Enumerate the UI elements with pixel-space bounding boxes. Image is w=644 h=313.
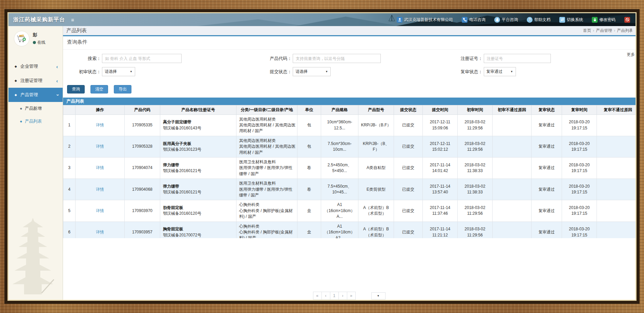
switch-icon bbox=[559, 17, 565, 23]
phone-icon bbox=[462, 17, 468, 23]
first-review-time-cell: 2018-03-02 11:29:56 bbox=[458, 114, 493, 136]
layout: 彭 在线 ◆ 企业管理 ‹ ◆ 注册证管理 ‹ bbox=[8, 26, 636, 300]
next-page-button[interactable]: › bbox=[338, 292, 347, 300]
filter-panel-title: 查询条件 bbox=[63, 36, 636, 50]
online-status: 在线 bbox=[33, 40, 45, 45]
table-row: 5 详情 170903970 肋骨固定板 鄂汉械备20160120号 心胸外科类… bbox=[63, 200, 636, 222]
review-time-cell: 2018-03-20 19:17:15 bbox=[562, 158, 597, 179]
review-time-cell: 2018-03-20 19:17:15 bbox=[562, 179, 597, 200]
prev-page-button[interactable]: ‹ bbox=[321, 292, 330, 300]
page-title-bar: 产品列表 首页 › 产品管理 › 产品列表 bbox=[63, 26, 636, 35]
change-password-link[interactable]: 修改密码 bbox=[592, 17, 616, 23]
col-model: 产品型号 bbox=[358, 105, 394, 114]
first-review-reason-cell bbox=[493, 179, 532, 200]
export-button[interactable]: 导出 bbox=[114, 85, 131, 93]
page-number-button[interactable]: 1 bbox=[330, 292, 339, 300]
platform-consult-link[interactable]: 平台咨询 bbox=[494, 17, 518, 23]
sidebar-subitem-label: 产品新增 bbox=[25, 106, 42, 111]
product-code-cell: 170905335 bbox=[125, 114, 160, 136]
category-cell: 其他周边医用耗材类其他周边医用耗材 / 其他周边医用耗材 / 国产 bbox=[236, 114, 297, 136]
user-icon bbox=[397, 17, 402, 23]
first-page-button[interactable]: « bbox=[313, 292, 322, 300]
sidebar: 彭 在线 ◆ 企业管理 ‹ ◆ 注册证管理 ‹ bbox=[8, 26, 63, 300]
help-doc-link[interactable]: ? 帮助文档 bbox=[527, 17, 550, 23]
topbar-links: 武汉克瑞普新技术有限公司 电话咨询 平台咨询 ? 帮助文档 bbox=[397, 17, 636, 23]
review-time-cell: 2018-03-20 19:17:15 bbox=[562, 136, 597, 157]
first-review-reason-cell bbox=[493, 200, 532, 222]
unit-cell: 包 bbox=[297, 136, 321, 157]
product-code-input[interactable] bbox=[293, 54, 381, 63]
col-review-status: 复审状态 bbox=[532, 105, 562, 114]
page-title: 产品列表 bbox=[66, 27, 87, 34]
switch-system-label: 切换系统 bbox=[567, 17, 583, 23]
search-label: 搜索： bbox=[63, 56, 101, 62]
logout-link[interactable] bbox=[624, 17, 630, 23]
menu-toggle-icon[interactable]: ≡ bbox=[71, 17, 74, 23]
col-review-reason: 复审不通过原因 bbox=[597, 105, 636, 114]
action-buttons: 查询 清空 导出 bbox=[63, 82, 636, 97]
detail-link[interactable]: 详情 bbox=[76, 222, 125, 238]
submit-status-cell: 已提交 bbox=[394, 222, 423, 238]
main-content: 产品列表 首页 › 产品管理 › 产品列表 查询条件 搜索： bbox=[63, 26, 636, 300]
registration-cert: 鄂汉械备20160143号 bbox=[163, 125, 235, 131]
caret-down-icon: ▼ bbox=[325, 70, 328, 73]
first-review-reason-cell bbox=[493, 114, 532, 136]
registration-no-input[interactable] bbox=[484, 54, 551, 63]
registration-cert: 鄂汉械备20160121号 bbox=[163, 168, 235, 174]
detail-link[interactable]: 详情 bbox=[76, 136, 125, 157]
unit-cell: 卷 bbox=[297, 158, 321, 179]
sidebar-item-product-list[interactable]: ◆ 产品列表 bbox=[8, 115, 63, 128]
qq-icon bbox=[494, 17, 500, 23]
product-code-cell: 170903970 bbox=[125, 200, 160, 222]
sidebar-item-product[interactable]: ◆ 产品管理 ‹ bbox=[8, 88, 63, 102]
product-name: 胸骨固定板 bbox=[163, 226, 235, 232]
detail-link[interactable]: 详情 bbox=[76, 179, 125, 200]
filter-row-1: 搜索： 产品代码： 注册证号： bbox=[63, 54, 636, 63]
query-filter-panel: 查询条件 搜索： 产品代码： 注册证号： bbox=[63, 35, 636, 82]
first-review-status-select[interactable]: 请选择 ▼ bbox=[102, 67, 135, 76]
product-name-cell: 胸骨固定板 鄂汉械备20170072号 bbox=[160, 222, 236, 238]
page-size-select[interactable]: ▼ bbox=[371, 292, 386, 299]
diamond-icon: ◆ bbox=[15, 65, 17, 68]
review-status-select[interactable]: 复审通过 ▼ bbox=[484, 67, 516, 76]
review-status-label: 复审状态： bbox=[445, 69, 483, 75]
category-cell: 心胸外科类心胸外科类 / 胸部护板(金属材料) / 国产 bbox=[236, 200, 297, 222]
company-account-link[interactable]: 武汉克瑞普新技术有限公司 bbox=[397, 17, 453, 23]
model-cell: KRP/JB-（B.F） bbox=[358, 114, 394, 136]
chevron-left-icon: ‹ bbox=[56, 64, 58, 69]
review-time-cell: 2018-03-20 19:17:15 bbox=[562, 200, 597, 222]
switch-system-link[interactable]: 切换系统 bbox=[559, 17, 583, 23]
product-name-cell: 肋骨固定板 鄂汉械备20160120号 bbox=[160, 200, 236, 222]
product-name: 弹力绷带 bbox=[163, 162, 235, 168]
last-page-button[interactable]: » bbox=[347, 292, 356, 300]
first-review-time-cell: 2018-03-02 11:38:33 bbox=[458, 179, 493, 200]
sidebar-item-registration[interactable]: ◆ 注册证管理 ‹ bbox=[8, 74, 63, 88]
sidebar-item-product-add[interactable]: ◆ 产品新增 bbox=[8, 102, 63, 115]
detail-link[interactable]: 详情 bbox=[76, 158, 125, 179]
more-filters-link[interactable]: 更多 bbox=[627, 52, 635, 58]
submit-time-cell: 2017-11-14 13:57:40 bbox=[423, 179, 458, 200]
detail-link[interactable]: 详情 bbox=[76, 114, 125, 136]
phone-consult-link[interactable]: 电话咨询 bbox=[462, 17, 485, 23]
sidebar-item-enterprise[interactable]: ◆ 企业管理 ‹ bbox=[8, 59, 63, 74]
breadcrumb-product-management[interactable]: 产品管理 bbox=[596, 28, 612, 34]
sidebar-item-label: 产品管理 bbox=[20, 92, 38, 98]
review-reason-cell bbox=[597, 114, 636, 136]
logout-icon bbox=[624, 17, 630, 23]
submit-status-select[interactable]: 请选择 ▼ bbox=[293, 67, 331, 76]
breadcrumb-home[interactable]: 首页 bbox=[583, 28, 591, 34]
search-input[interactable] bbox=[102, 54, 182, 63]
product-table: 操作 产品代码 产品名称/注册证号 分类/一级目录/二级目录/产地 单位 产品规… bbox=[63, 105, 636, 238]
query-button[interactable]: 查询 bbox=[67, 85, 85, 93]
detail-link[interactable]: 详情 bbox=[76, 200, 125, 222]
registration-no-label: 注册证号： bbox=[445, 56, 483, 62]
col-product-code: 产品代码 bbox=[125, 105, 160, 114]
clear-button[interactable]: 清空 bbox=[90, 85, 108, 93]
spec-cell: A1（16cm×18cm）A... bbox=[321, 200, 358, 222]
table-row: 2 详情 170905328 医用高分子夹板 鄂汉械备20130123号 其他周… bbox=[63, 136, 636, 157]
col-spec: 产品规格 bbox=[321, 105, 358, 114]
submit-time-cell: 2017-12-11 15:09:06 bbox=[423, 114, 458, 136]
chevron-right-icon: › bbox=[614, 28, 615, 33]
spec-cell: 7.5×450cm、10×45... bbox=[321, 179, 358, 200]
pagination: « ‹ 1 › » ▼ bbox=[63, 292, 636, 300]
